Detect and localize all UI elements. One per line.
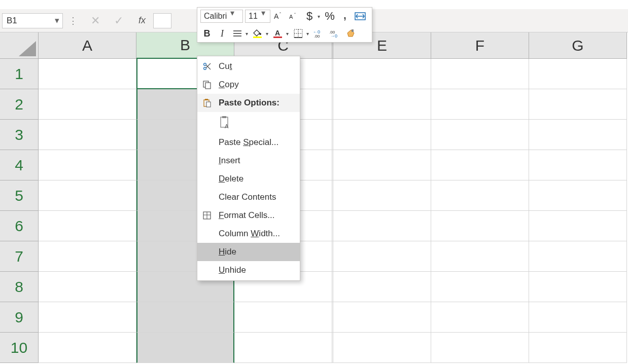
cell[interactable] <box>39 333 136 363</box>
chevron-down-icon[interactable]: ▾ <box>305 31 310 37</box>
cell[interactable] <box>529 211 627 241</box>
bold-button[interactable]: B <box>200 27 214 40</box>
row-header[interactable]: 6 <box>0 211 39 241</box>
cell[interactable] <box>136 333 234 363</box>
cell[interactable] <box>333 150 431 180</box>
menu-cut[interactable]: Cut <box>197 57 300 76</box>
menu-paste-special[interactable]: Paste Special... <box>197 133 300 152</box>
cell[interactable] <box>529 272 627 302</box>
fill-color-icon[interactable] <box>251 27 264 40</box>
increase-decimal-icon[interactable]: ←0.00 <box>312 27 326 40</box>
row-header[interactable]: 3 <box>0 120 39 150</box>
cell[interactable] <box>234 333 332 363</box>
align-icon[interactable] <box>231 27 244 40</box>
cell[interactable] <box>136 302 234 333</box>
menu-copy[interactable]: Copy <box>197 76 300 94</box>
menu-delete[interactable]: Delete <box>197 170 300 188</box>
cell[interactable] <box>529 333 627 363</box>
increase-font-icon[interactable]: Aˆ <box>272 10 286 23</box>
cell[interactable] <box>39 120 136 150</box>
chevron-down-icon[interactable]: ▾ <box>260 9 267 16</box>
cell[interactable] <box>39 150 136 180</box>
cell[interactable] <box>333 241 431 272</box>
cell[interactable] <box>234 302 332 333</box>
customize-icon[interactable]: ⋮ <box>66 13 80 28</box>
font-color-icon[interactable]: A <box>271 27 285 40</box>
chevron-down-icon[interactable]: ▾ <box>229 9 236 16</box>
cell[interactable] <box>431 89 529 120</box>
menu-format-cells[interactable]: Format Cells... <box>197 206 300 225</box>
row-header[interactable]: 9 <box>0 302 39 333</box>
cell[interactable] <box>529 302 627 333</box>
name-box[interactable]: B1 ▾ <box>2 13 63 28</box>
cell[interactable] <box>529 59 627 89</box>
italic-button[interactable]: I <box>216 27 229 40</box>
decrease-decimal-icon[interactable]: .00→0 <box>328 27 342 40</box>
menu-hide[interactable]: Hide <box>197 243 300 261</box>
cell[interactable] <box>431 333 529 363</box>
enter-icon[interactable]: ✓ <box>112 14 126 28</box>
cell[interactable] <box>39 302 136 333</box>
cell[interactable] <box>333 120 431 150</box>
formula-input[interactable] <box>153 13 171 28</box>
chevron-down-icon[interactable]: ▾ <box>285 31 290 37</box>
row-header[interactable]: 5 <box>0 180 39 211</box>
cell[interactable] <box>431 59 529 89</box>
menu-column-width[interactable]: Column Width... <box>197 225 300 243</box>
font-size-combo[interactable]: 11 ▾ <box>245 10 270 23</box>
font-family-combo[interactable]: Calibri ▾ <box>200 10 243 23</box>
cell[interactable] <box>529 120 627 150</box>
cell[interactable] <box>431 120 529 150</box>
cell[interactable] <box>431 272 529 302</box>
cell[interactable] <box>333 302 431 333</box>
chevron-down-icon[interactable]: ▾ <box>53 17 60 24</box>
cell[interactable] <box>431 241 529 272</box>
cell[interactable] <box>39 241 136 272</box>
comma-format-button[interactable]: , <box>338 8 352 21</box>
chevron-down-icon[interactable]: ▾ <box>316 14 321 19</box>
cancel-icon[interactable]: ✕ <box>88 14 102 28</box>
format-painter-icon[interactable] <box>344 27 358 40</box>
cell[interactable] <box>333 89 431 120</box>
column-header[interactable]: A <box>39 32 136 59</box>
menu-unhide[interactable]: Unhide <box>197 261 300 279</box>
cell[interactable] <box>431 180 529 211</box>
cell[interactable] <box>333 333 431 363</box>
cell[interactable] <box>39 180 136 211</box>
insert-function-icon[interactable]: fx <box>135 14 149 28</box>
chevron-down-icon[interactable]: ▾ <box>244 31 249 37</box>
row-header[interactable]: 10 <box>0 333 39 363</box>
row-header[interactable]: 7 <box>0 241 39 272</box>
cell[interactable] <box>529 241 627 272</box>
cell[interactable] <box>333 59 431 89</box>
cell[interactable] <box>39 59 136 89</box>
borders-icon[interactable] <box>292 27 305 40</box>
row-header[interactable]: 8 <box>0 272 39 302</box>
cell[interactable] <box>529 89 627 120</box>
merge-center-icon[interactable] <box>354 10 367 23</box>
cell[interactable] <box>333 272 431 302</box>
row-header[interactable]: 1 <box>0 59 39 89</box>
menu-insert[interactable]: Insert <box>197 152 300 170</box>
percent-format-button[interactable]: % <box>323 10 336 23</box>
cell[interactable] <box>39 211 136 241</box>
cell[interactable] <box>39 89 136 120</box>
cell[interactable] <box>431 150 529 180</box>
accounting-format-button[interactable]: $ <box>303 10 316 23</box>
row-header[interactable]: 4 <box>0 150 39 180</box>
cell[interactable] <box>39 272 136 302</box>
cell[interactable] <box>529 150 627 180</box>
cells-region[interactable] <box>39 59 627 363</box>
column-header[interactable]: F <box>431 32 529 59</box>
select-all-corner[interactable] <box>0 32 39 59</box>
cell[interactable] <box>333 211 431 241</box>
chevron-down-icon[interactable]: ▾ <box>264 31 269 37</box>
cell[interactable] <box>529 180 627 211</box>
cell[interactable] <box>333 180 431 211</box>
cell[interactable] <box>431 211 529 241</box>
paste-option-button[interactable]: A <box>197 112 300 133</box>
column-header[interactable]: G <box>529 32 627 59</box>
row-header[interactable]: 2 <box>0 89 39 120</box>
decrease-font-icon[interactable]: Aˇ <box>288 10 301 23</box>
cell[interactable] <box>431 302 529 333</box>
